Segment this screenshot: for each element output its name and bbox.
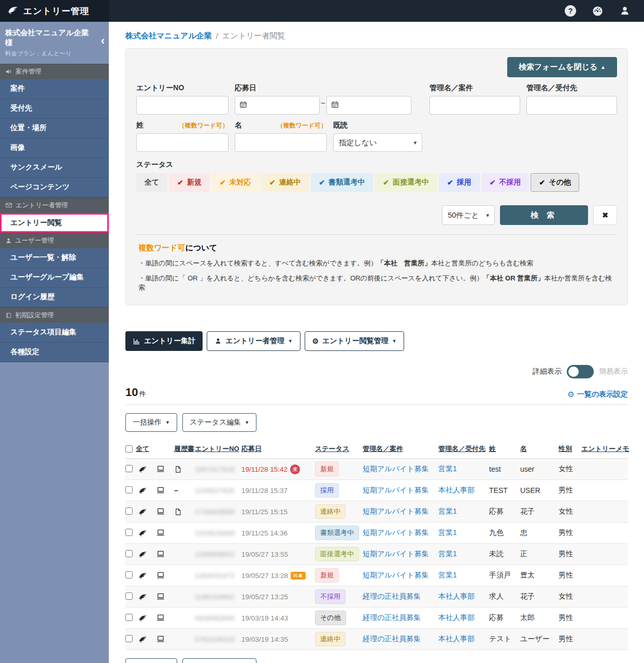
row-checkbox[interactable] (125, 507, 133, 515)
read-status-select[interactable]: 指定しない ▾ (333, 133, 422, 152)
search-button[interactable]: 検 索 (500, 205, 588, 225)
entrant-management-button[interactable]: エントリー者管理 ▼ (207, 331, 300, 351)
pc-entry-icon[interactable] (155, 486, 174, 495)
sidebar-item[interactable]: サンクスメール (0, 158, 109, 178)
row-checkbox[interactable] (125, 635, 133, 642)
resume-icon[interactable] (174, 465, 195, 474)
reception-link[interactable]: 本社人事部 (438, 486, 475, 494)
reception-link[interactable]: 本社人事部 (438, 592, 475, 600)
status-filter-button[interactable]: ✔不採用 (481, 173, 529, 192)
entry-aggregate-button[interactable]: エントリー集計 (125, 331, 203, 351)
pc-entry-icon[interactable] (155, 571, 174, 580)
per-page-select[interactable]: 50件ごと ▾ (442, 205, 495, 225)
header-resume[interactable]: 履歴書 (174, 444, 195, 454)
sidebar-item[interactable]: ログイン履歴 (0, 288, 109, 307)
row-checkbox[interactable] (125, 529, 133, 536)
entry-detail-bird-icon[interactable] (138, 634, 155, 644)
header-reception[interactable]: 管理名／受付先 (438, 444, 489, 454)
entry-detail-bird-icon[interactable] (138, 507, 155, 516)
header-apply-date[interactable]: 応募日 (241, 444, 315, 454)
header-gender[interactable]: 性別 (559, 444, 581, 454)
entry-detail-bird-icon[interactable] (138, 613, 155, 623)
entry-no-input[interactable] (136, 96, 228, 115)
case-link[interactable]: 経理の正社員募集 (363, 634, 421, 643)
case-link[interactable]: 短期アルバイト募集 (363, 528, 429, 537)
entry-detail-bird-icon[interactable] (138, 528, 155, 538)
pc-entry-icon[interactable] (155, 592, 174, 601)
header-memo[interactable]: エントリーメモ (581, 444, 628, 454)
entry-detail-bird-icon[interactable] (138, 571, 155, 580)
breadcrumb-company-link[interactable]: 株式会社マニュアル企業 (125, 31, 212, 41)
reception-link[interactable]: 営業1 (438, 507, 457, 515)
case-link[interactable]: 短期アルバイト募集 (363, 486, 429, 494)
app-logo[interactable]: エントリー管理 (0, 0, 109, 22)
list-display-settings-link[interactable]: ⚙ 一覧の表示設定 (567, 390, 628, 399)
view-mode-toggle[interactable] (567, 365, 594, 378)
dashboard-gauge-icon[interactable] (592, 5, 604, 17)
pc-entry-icon[interactable] (155, 613, 174, 623)
reception-link[interactable]: 営業1 (438, 528, 457, 537)
status-filter-button[interactable]: ✔新規 (169, 173, 210, 192)
case-link[interactable]: 短期アルバイト募集 (363, 464, 429, 473)
sidebar-item[interactable]: エントリー閲覧 (0, 213, 109, 233)
entry-detail-bird-icon[interactable] (138, 464, 155, 474)
entry-detail-bird-icon[interactable] (138, 486, 155, 495)
sidebar-item[interactable]: 各種設定 (0, 343, 109, 362)
status-filter-button[interactable]: ✔採用 (439, 173, 480, 192)
sidebar-item[interactable]: ページコンテンツ (0, 178, 109, 198)
status-filter-button[interactable]: ✔面接選考中 (375, 173, 437, 192)
pc-entry-icon[interactable] (155, 528, 174, 538)
status-filter-button[interactable]: ✔連絡中 (261, 173, 309, 192)
sidebar-item[interactable]: 受付先 (0, 99, 109, 119)
row-checkbox[interactable] (125, 486, 133, 493)
close-search-form-button[interactable]: 検索フォームを閉じる ▲ (507, 57, 617, 77)
clear-search-button[interactable]: ✖ (593, 205, 617, 225)
reception-link[interactable]: 営業1 (438, 464, 457, 473)
entry-detail-bird-icon[interactable] (138, 592, 155, 601)
row-checkbox[interactable] (125, 614, 133, 621)
resume-icon[interactable] (174, 507, 195, 516)
pc-entry-icon[interactable] (155, 634, 174, 644)
sidebar-collapse-icon[interactable]: ‹ (101, 35, 105, 47)
reception-link[interactable]: 本社人事部 (438, 613, 475, 622)
case-link[interactable]: 経理の正社員募集 (363, 592, 421, 600)
sidebar-item[interactable]: 位置・場所 (0, 119, 109, 138)
mei-input[interactable] (235, 133, 327, 152)
header-status[interactable]: ステータス (315, 444, 363, 454)
sidebar-item[interactable]: ユーザーグループ編集 (0, 268, 109, 288)
header-mei[interactable]: 名 (520, 444, 559, 454)
status-filter-button[interactable]: ✔未対応 (211, 173, 260, 192)
header-case[interactable]: 管理名／案件 (363, 444, 438, 454)
case-link[interactable]: 経理の正社員募集 (363, 613, 421, 622)
reception-name-input[interactable] (526, 96, 617, 115)
sei-input[interactable] (136, 133, 228, 152)
row-checkbox[interactable] (125, 593, 133, 600)
reception-link[interactable]: 営業1 (438, 571, 457, 579)
sidebar-item[interactable]: ステータス項目編集 (0, 323, 109, 343)
select-all-checkbox[interactable] (125, 445, 133, 453)
case-name-input[interactable] (430, 96, 520, 115)
reception-link[interactable]: 営業1 (438, 549, 457, 558)
help-icon[interactable]: ? (565, 5, 576, 17)
pc-entry-icon[interactable] (155, 507, 174, 516)
header-entry-no[interactable]: エントリーNO (195, 444, 241, 454)
reception-link[interactable]: 本社人事部 (438, 634, 475, 643)
header-sei[interactable]: 姓 (489, 444, 520, 454)
row-checkbox[interactable] (125, 571, 133, 579)
bulk-action-button-bottom[interactable]: 一括操作▼ (125, 658, 177, 663)
bulk-action-button[interactable]: 一括操作▼ (125, 413, 177, 432)
row-checkbox[interactable] (125, 465, 133, 472)
case-link[interactable]: 短期アルバイト募集 (363, 549, 429, 558)
entry-detail-bird-icon[interactable] (138, 549, 155, 559)
pc-entry-icon[interactable] (155, 464, 174, 474)
user-account-icon[interactable] (619, 5, 631, 17)
status-edit-button-bottom[interactable]: ステータス編集▼ (182, 658, 256, 663)
entry-view-management-button[interactable]: ⚙ エントリー閲覧管理 ▼ (305, 331, 405, 351)
sidebar-item[interactable]: 画像 (0, 138, 109, 158)
case-link[interactable]: 短期アルバイト募集 (363, 571, 429, 579)
pc-entry-icon[interactable] (155, 549, 174, 559)
status-edit-button[interactable]: ステータス編集▼ (182, 413, 256, 432)
status-filter-button[interactable]: ✔その他 (531, 173, 579, 192)
status-filter-button[interactable]: 全て (136, 173, 167, 192)
sidebar-item[interactable]: ユーザー一覧・解除 (0, 248, 109, 268)
